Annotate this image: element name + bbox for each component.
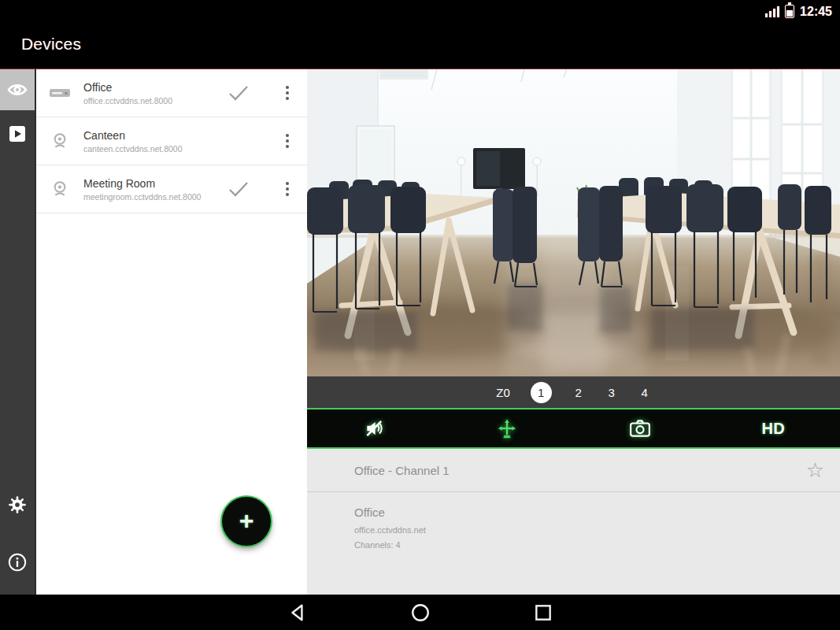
- device-address: meetingroom.cctvddns.net.8000: [83, 192, 225, 202]
- stream-title-row: Office - Channel 1 ☆: [307, 449, 840, 492]
- clock-text: 12:45: [800, 4, 832, 20]
- tab-live-view[interactable]: [0, 69, 35, 110]
- device-name: Office: [83, 81, 225, 94]
- hd-label: HD: [761, 420, 785, 438]
- channel-1-selected[interactable]: 1: [531, 382, 552, 403]
- recents-icon: [533, 602, 553, 623]
- live-video-frame[interactable]: [307, 69, 840, 376]
- home-icon: [410, 602, 431, 623]
- app-screen: 12:45 Devices: [0, 0, 840, 630]
- favorite-star-icon[interactable]: ☆: [806, 460, 824, 480]
- play-icon: [9, 125, 26, 143]
- device-list: Office office.cctvddns.net.8000: [35, 69, 307, 595]
- check-icon: [227, 180, 253, 198]
- ip-camera-icon: [48, 180, 72, 198]
- battery-icon: [785, 5, 794, 18]
- device-name: Canteen: [83, 129, 225, 142]
- device-details: Office office.cctvddns.net Channels: 4: [307, 492, 840, 550]
- channel-z0[interactable]: Z0: [496, 386, 510, 399]
- ptz-button[interactable]: [440, 410, 573, 447]
- tab-settings[interactable]: [0, 484, 35, 525]
- app-header: 12:45 Devices: [0, 0, 840, 69]
- content-area: Office office.cctvddns.net.8000: [0, 69, 840, 595]
- recents-button[interactable]: [525, 598, 561, 627]
- check-placeholder: [227, 132, 253, 150]
- ip-camera-icon: [48, 132, 72, 150]
- device-address: office.cctvddns.net.8000: [83, 96, 225, 106]
- stream-info-panel: Office - Channel 1 ☆ Office office.cctvd…: [307, 449, 840, 595]
- quality-button[interactable]: HD: [707, 410, 840, 447]
- stream-title: Office - Channel 1: [354, 464, 450, 477]
- header-divider: [0, 69, 840, 69]
- device-info-name: Office: [354, 506, 840, 519]
- player-toolbar: HD: [307, 408, 840, 449]
- tab-playback[interactable]: [0, 113, 35, 154]
- tab-about[interactable]: [0, 542, 35, 583]
- signal-bars-icon: [765, 6, 779, 20]
- snapshot-button[interactable]: [574, 410, 707, 447]
- android-nav-bar: [0, 595, 840, 630]
- ptz-pan-icon: [496, 417, 518, 439]
- mute-icon: [364, 418, 384, 439]
- device-menu-button[interactable]: [277, 177, 298, 201]
- device-name: Meeting Room: [83, 177, 225, 190]
- device-menu-button[interactable]: [277, 129, 298, 153]
- status-bar: 12:45: [765, 2, 832, 20]
- nav-rail: [0, 69, 35, 595]
- gear-icon: [7, 495, 28, 515]
- back-icon: [287, 602, 308, 623]
- channel-2[interactable]: 2: [572, 386, 585, 399]
- device-row-canteen[interactable]: Canteen canteen.cctvddns.net.8000: [36, 117, 307, 165]
- eye-icon: [7, 83, 28, 97]
- device-menu-button[interactable]: [277, 81, 298, 105]
- device-row-meeting-room[interactable]: Meeting Room meetingroom.cctvddns.net.80…: [36, 165, 307, 213]
- player-pane: Z0 1 2 3 4: [307, 69, 840, 595]
- device-info-channels: Channels: 4: [354, 540, 840, 550]
- dvr-icon: [48, 84, 72, 102]
- back-button[interactable]: [279, 598, 316, 627]
- camera-feed-meeting-room: [307, 69, 840, 376]
- device-info-address: office.cctvddns.net: [354, 525, 840, 535]
- home-button[interactable]: [402, 598, 439, 627]
- plus-icon: +: [239, 509, 254, 532]
- add-device-button[interactable]: +: [222, 497, 271, 546]
- mute-button[interactable]: [307, 410, 440, 447]
- channel-3[interactable]: 3: [605, 386, 618, 399]
- device-row-office[interactable]: Office office.cctvddns.net.8000: [36, 69, 307, 117]
- device-address: canteen.cctvddns.net.8000: [83, 144, 225, 154]
- check-icon: [227, 83, 253, 102]
- channel-4[interactable]: 4: [638, 386, 651, 399]
- info-icon: [7, 552, 28, 573]
- snapshot-icon: [629, 418, 651, 439]
- page-title: Devices: [21, 35, 81, 54]
- channel-selector: Z0 1 2 3 4: [307, 376, 840, 408]
